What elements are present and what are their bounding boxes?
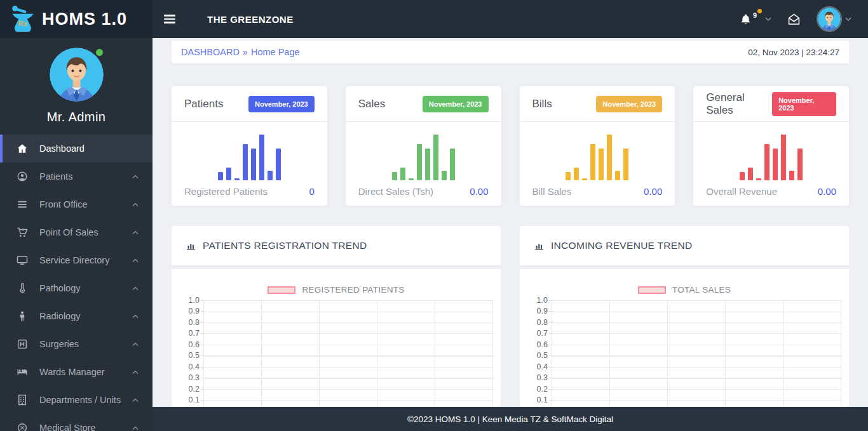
y-axis-tick: 0.1 xyxy=(525,395,548,405)
y-axis-tick: 0.6 xyxy=(177,340,200,350)
metric-value[interactable]: 0 xyxy=(309,186,314,197)
y-axis-tick: 0.7 xyxy=(525,329,548,338)
sparkline-chart xyxy=(693,129,849,180)
y-axis-tick: 0.9 xyxy=(177,307,200,316)
sparkline-bar xyxy=(748,168,753,180)
sidebar-item-radiology[interactable]: Radiology xyxy=(0,302,153,330)
sparkline-bar xyxy=(442,171,447,180)
sparkline-bar xyxy=(425,149,430,180)
workspace-name: THE GREENZONE xyxy=(207,14,294,25)
sidebar-item-wards-manager[interactable]: Wards Manager xyxy=(0,358,153,386)
sidebar-item-dashboard[interactable]: Dashboard xyxy=(0,135,153,162)
sparkline-bar xyxy=(599,149,604,180)
sidebar-item-label: Surgeries xyxy=(39,339,132,349)
list-icon xyxy=(16,198,29,211)
hospital-icon xyxy=(16,338,29,350)
chart-legend[interactable]: TOTAL SALES xyxy=(520,285,849,295)
sparkline-bar xyxy=(615,171,620,180)
sidebar-toggle-button[interactable] xyxy=(164,12,177,26)
sidebar-item-label: Point Of Sales xyxy=(39,227,132,237)
sidebar-item-pathology[interactable]: Pathology xyxy=(0,274,153,302)
bar-chart-icon xyxy=(186,241,196,251)
sparkline-bar xyxy=(789,171,794,180)
user-circle-icon xyxy=(16,170,29,183)
y-axis-tick: 0.3 xyxy=(177,373,200,383)
chevron-down-icon xyxy=(845,17,851,21)
sparkline-bar xyxy=(566,172,571,180)
sparkline-bar xyxy=(400,168,405,180)
y-axis-tick: 0.4 xyxy=(525,362,548,372)
breadcrumb-section-link[interactable]: DASHBOARD xyxy=(181,47,240,57)
metric-value[interactable]: 0.00 xyxy=(644,186,662,197)
stat-card-header: Bills November, 2023 xyxy=(520,86,675,122)
chevron-up-icon xyxy=(132,342,139,347)
notification-dot xyxy=(757,9,762,13)
sidebar-item-label: Radiology xyxy=(39,311,132,321)
user-profile: Mr. Admin xyxy=(0,38,153,124)
sidebar-item-departments-units[interactable]: Departments / Units xyxy=(0,386,153,414)
chevron-up-icon xyxy=(132,175,139,179)
sparkline-bar xyxy=(259,135,264,180)
metric-value[interactable]: 0.00 xyxy=(818,186,836,197)
avatar xyxy=(817,6,842,32)
stat-card-header: Sales November, 2023 xyxy=(346,86,501,122)
chart-legend[interactable]: REGISTERED PATIENTS xyxy=(172,285,501,295)
sparkline-chart xyxy=(520,129,675,180)
stat-card-footer: Bill Sales 0.00 xyxy=(520,180,675,197)
app-brand[interactable]: Rx HOMS 1.0 xyxy=(0,0,153,38)
sparkline-bar xyxy=(226,168,231,180)
legend-label: TOTAL SALES xyxy=(672,285,731,295)
chevron-up-icon xyxy=(132,230,139,235)
month-badge: November, 2023 xyxy=(772,92,836,116)
chart-title: PATIENTS REGISTRATION TREND xyxy=(203,240,367,251)
bar-chart-icon xyxy=(534,241,545,251)
metric-value[interactable]: 0.00 xyxy=(470,186,488,197)
stat-card-title: Sales xyxy=(358,98,386,110)
sparkline-bar xyxy=(797,149,803,180)
sparkline-bar xyxy=(417,144,422,180)
plot-grid xyxy=(203,300,494,407)
chevron-up-icon xyxy=(132,398,139,402)
stat-cards-row: Patients November, 2023 Registered Patie… xyxy=(172,86,849,206)
y-axis-tick: 0.3 xyxy=(525,373,548,383)
sidebar-item-front-office[interactable]: Front Office xyxy=(0,190,153,218)
y-axis-tick: 0.6 xyxy=(525,340,548,350)
sidebar-item-service-directory[interactable]: Service Directory xyxy=(0,246,153,274)
stat-card-title: General Sales xyxy=(706,91,772,117)
breadcrumb-current-page[interactable]: Home Page xyxy=(251,47,300,57)
sidebar-item-patients[interactable]: Patients xyxy=(0,162,153,190)
stat-card-footer: Registered Patients 0 xyxy=(172,180,327,197)
legend-label: REGISTERED PATIENTS xyxy=(302,285,404,295)
notifications-menu[interactable]: 9 xyxy=(740,13,771,26)
building-icon xyxy=(16,394,29,406)
page-footer: ©2023 HOMS 1.0 | Keen Media TZ & SoftMac… xyxy=(153,407,868,431)
sparkline-bar xyxy=(243,144,248,180)
breadcrumb: DASHBOARD»Home Page xyxy=(181,47,300,57)
sidebar-item-label: Patients xyxy=(39,171,132,182)
cart-icon xyxy=(16,226,29,239)
legend-swatch xyxy=(638,286,666,294)
charts-row: PATIENTS REGISTRATION TREND REGISTERED P… xyxy=(172,226,849,407)
sidebar-item-label: Dashboard xyxy=(39,143,139,154)
chevron-up-icon xyxy=(132,314,139,319)
sidebar-item-medical-store[interactable]: Medical Store xyxy=(0,414,153,431)
thermometer-icon xyxy=(16,282,29,295)
sidebar-item-label: Departments / Units xyxy=(39,395,132,405)
sidebar-item-label: Front Office xyxy=(39,199,132,209)
breadcrumb-bar: DASHBOARD»Home Page 02, Nov 2023 | 23:24… xyxy=(172,41,849,63)
desktop-icon xyxy=(16,254,29,267)
chart-panel-incoming-revenue-trend: INCOMING REVENUE TREND TOTAL SALES 1.00.… xyxy=(520,226,849,407)
sparkline-bar xyxy=(781,135,786,180)
sidebar-item-surgeries[interactable]: Surgeries xyxy=(0,330,153,358)
messages-button[interactable] xyxy=(787,13,801,26)
sparkline-bar xyxy=(740,172,745,180)
stat-card-header: Patients November, 2023 xyxy=(172,86,327,122)
chevron-up-icon xyxy=(132,286,139,291)
sidebar-item-point-of-sales[interactable]: Point Of Sales xyxy=(0,218,153,246)
online-status-dot xyxy=(96,49,103,56)
store-icon xyxy=(16,421,29,431)
avatar[interactable] xyxy=(50,48,104,102)
user-menu[interactable] xyxy=(817,6,851,32)
chevron-up-icon xyxy=(132,370,139,375)
sparkline-bar xyxy=(276,149,281,180)
